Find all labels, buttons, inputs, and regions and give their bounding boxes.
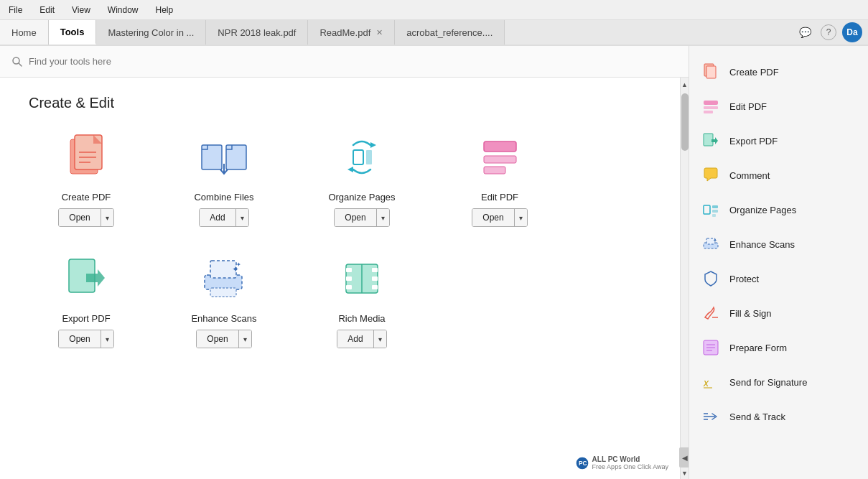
sidebar-fill-sign-icon xyxy=(701,303,721,323)
sidebar-prepare-form-icon xyxy=(701,338,721,358)
chat-button[interactable]: 💬 xyxy=(795,22,815,42)
svg-rect-36 xyxy=(704,106,718,109)
svg-rect-29 xyxy=(372,285,378,289)
organize-pages-open-btn[interactable]: Open xyxy=(335,209,376,226)
svg-line-1 xyxy=(19,63,22,66)
tab-mastering[interactable]: Mastering Color in ... xyxy=(96,20,206,45)
sidebar-item-comment[interactable]: Comment xyxy=(689,158,868,192)
enhance-scans-arrow-btn[interactable]: ▾ xyxy=(239,330,251,348)
sidebar-item-send-track[interactable]: Send & Track xyxy=(689,399,868,434)
main-layout: Create & Edit xyxy=(0,46,868,479)
export-pdf-open-btn[interactable]: Open xyxy=(59,330,101,348)
tab-readme[interactable]: ReadMe.pdf ✕ xyxy=(308,20,395,45)
tool-card-combine-files: Combine Files Add ▾ xyxy=(167,129,281,227)
sidebar-send-track-icon xyxy=(701,406,721,427)
sidebar-label-edit-pdf: Edit PDF xyxy=(729,101,767,112)
enhance-scans-label: Enhance Scans xyxy=(191,313,256,324)
sidebar-item-prepare-form[interactable]: Prepare Form xyxy=(689,330,868,365)
sidebar-item-enhance-scans[interactable]: ✦ Enhance Scans xyxy=(689,227,868,261)
organize-pages-btn-group: Open ▾ xyxy=(334,208,389,227)
edit-pdf-arrow-btn[interactable]: ▾ xyxy=(515,209,527,226)
sidebar-comment-icon xyxy=(701,165,721,185)
sidebar-item-fill-sign[interactable]: Fill & Sign xyxy=(689,296,868,330)
right-sidebar: Create PDF Edit PDF Export PDF xyxy=(689,46,868,479)
edit-pdf-icon xyxy=(471,129,528,186)
sidebar-edit-pdf-icon xyxy=(701,96,721,116)
menu-file[interactable]: File xyxy=(6,4,25,17)
menu-help[interactable]: Help xyxy=(153,4,177,17)
search-input[interactable] xyxy=(29,56,677,67)
menu-edit[interactable]: Edit xyxy=(37,4,57,17)
sidebar-item-organize-pages[interactable]: Organize Pages xyxy=(689,192,868,227)
sidebar-item-create-pdf[interactable]: Create PDF xyxy=(689,55,868,89)
create-pdf-arrow-btn[interactable]: ▾ xyxy=(101,209,113,226)
combine-files-arrow-btn[interactable]: ▾ xyxy=(236,209,248,226)
scroll-track: ▲ ◀ ▼ xyxy=(680,78,689,479)
create-pdf-open-btn[interactable]: Open xyxy=(59,209,101,226)
section-title: Create & Edit xyxy=(29,95,651,111)
svg-rect-15 xyxy=(484,156,516,163)
tab-tools[interactable]: Tools xyxy=(49,20,97,45)
sidebar-label-prepare-form: Prepare Form xyxy=(729,343,787,353)
sidebar-label-comment: Comment xyxy=(729,170,770,181)
tab-bar: Home Tools Mastering Color in ... NPR 20… xyxy=(0,20,868,46)
svg-rect-25 xyxy=(346,276,352,281)
sidebar-protect-icon xyxy=(701,269,721,289)
sidebar-label-send-track: Send & Track xyxy=(729,411,785,422)
create-pdf-btn-group: Open ▾ xyxy=(58,208,113,227)
combine-files-label: Combine Files xyxy=(194,192,253,203)
rich-media-btn-group: Add ▾ xyxy=(337,330,386,348)
tab-readme-close[interactable]: ✕ xyxy=(376,28,383,37)
tool-card-export-pdf: Export PDF Open ▾ xyxy=(29,250,144,348)
watermark-text: Free Apps One Click Away xyxy=(592,463,668,470)
export-pdf-arrow-btn[interactable]: ▾ xyxy=(101,330,113,348)
svg-rect-39 xyxy=(704,205,710,214)
svg-rect-28 xyxy=(372,276,378,281)
enhance-scans-open-btn[interactable]: Open xyxy=(197,330,238,348)
combine-files-icon xyxy=(195,129,253,186)
menu-view[interactable]: View xyxy=(69,4,93,17)
edit-pdf-open-btn[interactable]: Open xyxy=(472,209,514,226)
sidebar-export-pdf-icon xyxy=(701,131,721,151)
svg-rect-34 xyxy=(706,66,716,78)
svg-rect-41 xyxy=(712,210,718,213)
scroll-thumb[interactable] xyxy=(681,93,689,151)
sidebar-item-edit-pdf[interactable]: Edit PDF xyxy=(689,89,868,124)
tab-acrobat[interactable]: acrobat_reference.... xyxy=(395,20,505,45)
scroll-down-btn[interactable]: ▼ xyxy=(681,468,689,479)
tool-card-create-pdf: Create PDF Open ▾ xyxy=(29,129,144,227)
sidebar-item-export-pdf[interactable]: Export PDF xyxy=(689,124,868,158)
combine-files-add-btn[interactable]: Add xyxy=(200,209,235,226)
svg-rect-26 xyxy=(346,285,352,289)
svg-rect-22 xyxy=(210,288,236,297)
organize-pages-arrow-btn[interactable]: ▾ xyxy=(377,209,389,226)
tool-card-edit-pdf: Edit PDF Open ▾ xyxy=(442,129,557,227)
sidebar-item-protect[interactable]: Protect xyxy=(689,261,868,296)
menu-window[interactable]: Window xyxy=(105,4,141,17)
rich-media-add-btn[interactable]: Add xyxy=(337,330,373,348)
tools-scroll: Create & Edit xyxy=(0,78,680,479)
organize-pages-label: Organize Pages xyxy=(328,192,395,203)
tab-npr[interactable]: NPR 2018 leak.pdf xyxy=(206,20,308,45)
scroll-up-btn[interactable]: ▲ xyxy=(681,79,689,90)
svg-text:✦: ✦ xyxy=(713,238,717,243)
svg-marker-10 xyxy=(370,142,376,148)
tab-home[interactable]: Home xyxy=(0,20,49,45)
svg-rect-16 xyxy=(484,167,505,174)
sidebar-enhance-scans-icon: ✦ xyxy=(701,234,721,254)
edit-pdf-label: Edit PDF xyxy=(481,192,518,203)
user-avatar[interactable]: Da xyxy=(842,22,862,42)
help-button[interactable]: ? xyxy=(821,24,836,40)
collapse-panel-btn[interactable]: ◀ xyxy=(679,447,689,468)
content-area: Create & Edit xyxy=(0,46,689,479)
rich-media-arrow-btn[interactable]: ▾ xyxy=(374,330,386,348)
svg-rect-40 xyxy=(712,205,718,208)
sidebar-label-send-signature: Send for Signature xyxy=(729,377,807,388)
sidebar-label-protect: Protect xyxy=(729,274,759,284)
search-icon xyxy=(11,56,23,68)
svg-rect-8 xyxy=(226,145,246,169)
sidebar-item-send-signature[interactable]: x Send for Signature xyxy=(689,365,868,399)
sidebar-create-pdf-icon xyxy=(701,62,721,82)
rich-media-label: Rich Media xyxy=(338,313,385,324)
enhance-scans-btn-group: Open ▾ xyxy=(196,330,251,348)
